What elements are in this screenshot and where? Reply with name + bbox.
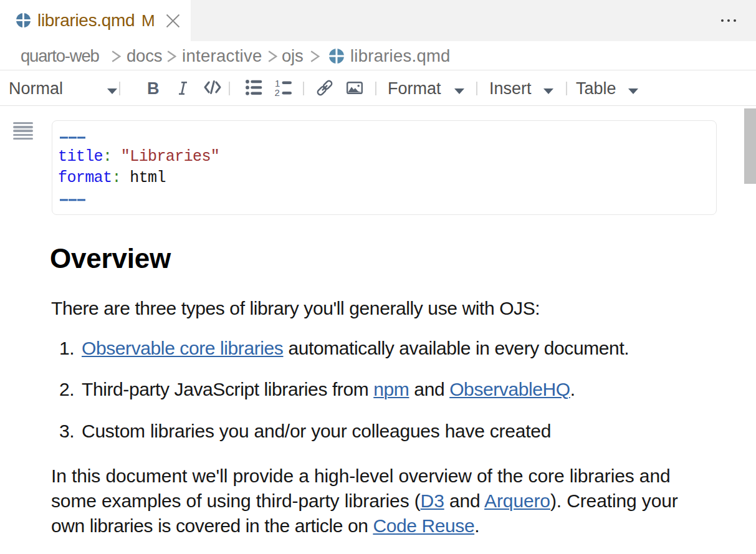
svg-text:2: 2 — [275, 87, 280, 97]
